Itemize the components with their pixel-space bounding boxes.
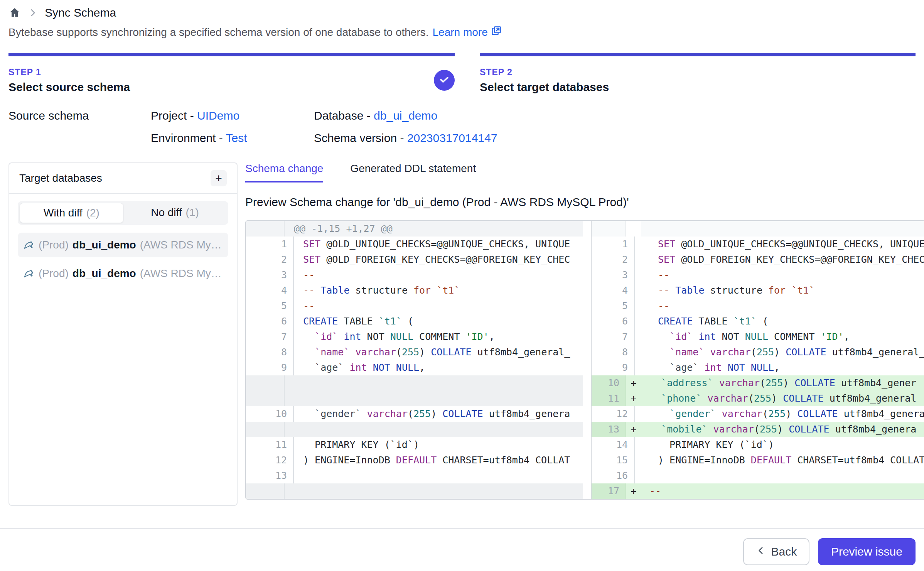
diff-row: 1SET @OLD_UNIQUE_CHECKS=@@UNIQUE_CHECKS,… <box>246 237 583 252</box>
diff-code-line <box>285 391 583 406</box>
source-schema-label: Source schema <box>8 109 151 145</box>
diff-row: 2SET @OLD_FOREIGN_KEY_CHECKS=@@FOREIGN_K… <box>246 252 583 267</box>
schema-change-tabs: Schema change Generated DDL statement <box>245 162 924 182</box>
diff-line-number: 11 <box>255 437 294 453</box>
add-database-button[interactable]: + <box>211 170 227 186</box>
diff-code-line: -- Table structure for `t1` <box>649 283 924 298</box>
diff-row: 6CREATE TABLE `t1` ( <box>592 314 924 329</box>
diff-code-line: SET @OLD_FOREIGN_KEY_CHECKS=@@FOREIGN_KE… <box>649 252 924 267</box>
diff-code-line <box>294 468 583 483</box>
diff-add-sign <box>635 298 649 314</box>
diff-code-line: CREATE TABLE `t1` ( <box>649 314 924 329</box>
diff-row: 10 `gender` varchar(255) COLLATE utf8mb4… <box>246 406 583 422</box>
diff-line-number: 14 <box>600 437 635 453</box>
diff-add-sign: + <box>626 422 641 437</box>
diff-line-number: 1 <box>600 237 635 252</box>
diff-row: 7 `id` int NOT NULL COMMENT 'ID', <box>246 329 583 345</box>
diff-code-line: `age` int NOT NULL, <box>294 360 583 375</box>
diff-code-line: PRIMARY KEY (`id`) <box>294 437 583 453</box>
diff-row: 8 `name` varchar(255) COLLATE utf8mb4_ge… <box>246 345 583 360</box>
database-link[interactable]: db_ui_demo <box>374 109 437 122</box>
schema-version-link[interactable]: 20230317014147 <box>407 132 497 144</box>
diff-code-line: -- Table structure for `t1` <box>294 283 583 298</box>
schema-diff-viewer[interactable]: @@ -1,15 +1,27 @@1SET @OLD_UNIQUE_CHECKS… <box>245 220 924 500</box>
back-button[interactable]: Back <box>743 538 809 565</box>
step-1: STEP 1 Select source schema <box>8 53 455 94</box>
diff-line-number: 1 <box>255 237 294 252</box>
diff-line-number <box>246 375 285 391</box>
diff-code-line: `age` int NOT NULL, <box>649 360 924 375</box>
diff-row <box>246 483 583 499</box>
target-databases-title: Target databases <box>19 172 102 184</box>
diff-add-sign <box>635 406 649 422</box>
diff-code-line: -- <box>294 267 583 283</box>
database-list-item[interactable]: (Prod) db_ui_demo (AWS RDS MyS... <box>18 261 228 286</box>
diff-add-sign <box>635 267 649 283</box>
step-1-completed-badge <box>434 70 455 91</box>
field-environment: Environment - Test <box>151 132 314 145</box>
mysql-icon <box>23 239 35 251</box>
external-link-icon <box>491 25 502 39</box>
tab-generated-ddl[interactable]: Generated DDL statement <box>350 162 476 182</box>
diff-line-number: 5 <box>600 298 635 314</box>
diff-line-number: 9 <box>600 360 635 375</box>
diff-code-line: ) ENGINE=InnoDB DEFAULT CHARSET=utf8mb4 … <box>649 453 924 468</box>
diff-row: 4-- Table structure for `t1` <box>246 283 583 298</box>
diff-line-number <box>246 221 285 237</box>
diff-row: 10+ `address` varchar(255) COLLATE utf8m… <box>592 375 924 391</box>
diff-row <box>246 391 583 406</box>
database-list-item[interactable]: (Prod) db_ui_demo (AWS RDS MyS... <box>18 233 228 257</box>
diff-add-sign <box>635 360 649 375</box>
diff-row <box>246 375 583 391</box>
diff-add-sign <box>635 237 649 252</box>
diff-line-number: 4 <box>255 283 294 298</box>
schema-change-section: Schema change Generated DDL statement Pr… <box>245 162 924 500</box>
check-icon <box>438 74 450 87</box>
tab-with-diff[interactable]: With diff (2) <box>20 203 123 223</box>
diff-code-line <box>649 468 924 483</box>
diff-line-number: 6 <box>255 314 294 329</box>
diff-code-line: `gender` varchar(255) COLLATE utf8mb4_ge… <box>294 406 583 422</box>
chevron-right-icon <box>28 8 38 18</box>
diff-code-line: `address` varchar(255) COLLATE utf8mb4_g… <box>641 375 924 391</box>
step-2-title: Select target databases <box>480 81 916 94</box>
diff-row: 11+ `phone` varchar(255) COLLATE utf8mb4… <box>592 391 924 406</box>
diff-code-line: SET @OLD_UNIQUE_CHECKS=@@UNIQUE_CHECKS, … <box>649 237 924 252</box>
step-1-progress-bar <box>8 53 455 56</box>
with-diff-count: (2) <box>86 207 99 219</box>
diff-line-number: 10 <box>255 406 294 422</box>
tab-schema-change[interactable]: Schema change <box>245 162 323 182</box>
learn-more-link[interactable]: Learn more <box>433 25 502 39</box>
diff-line-number: 7 <box>600 329 635 345</box>
diff-row: 7 `id` int NOT NULL COMMENT 'ID', <box>592 329 924 345</box>
diff-line-number: 12 <box>600 406 635 422</box>
tab-no-diff[interactable]: No diff (1) <box>123 203 226 222</box>
diff-line-number: 12 <box>255 453 294 468</box>
diff-row: 13 <box>246 468 583 483</box>
diff-line-number: 8 <box>255 345 294 360</box>
mysql-icon <box>23 268 35 279</box>
project-link[interactable]: UIDemo <box>197 109 239 122</box>
diff-code-line <box>285 375 583 391</box>
diff-row: @@ -1,15 +1,27 @@ <box>246 221 583 237</box>
source-schema-summary: Source schema Project - UIDemo Database … <box>0 109 924 145</box>
preview-issue-button[interactable]: Preview issue <box>818 538 916 565</box>
environment-link[interactable]: Test <box>226 132 247 144</box>
diff-line-number <box>246 483 285 499</box>
diff-line-number: 17 <box>592 483 626 499</box>
diff-add-sign: + <box>626 483 641 499</box>
diff-row <box>246 422 583 437</box>
footer-actions: Back Preview issue <box>0 538 924 565</box>
home-icon[interactable] <box>8 7 21 19</box>
step-2: STEP 2 Select target databases <box>480 53 916 94</box>
diff-add-sign: + <box>626 375 641 391</box>
database-list: (Prod) db_ui_demo (AWS RDS MyS... (Prod)… <box>18 233 228 286</box>
diff-line-number: 5 <box>255 298 294 314</box>
diff-code-line <box>641 221 924 237</box>
sync-schema-page: Sync Schema Bytebase supports synchroniz… <box>0 0 924 571</box>
preview-title: Preview Schema change for 'db_ui_demo (P… <box>245 196 924 209</box>
diff-add-sign <box>635 314 649 329</box>
intro-text: Bytebase supports synchronizing a specif… <box>8 26 429 39</box>
diff-row: 6CREATE TABLE `t1` ( <box>246 314 583 329</box>
diff-add-sign <box>635 437 649 453</box>
